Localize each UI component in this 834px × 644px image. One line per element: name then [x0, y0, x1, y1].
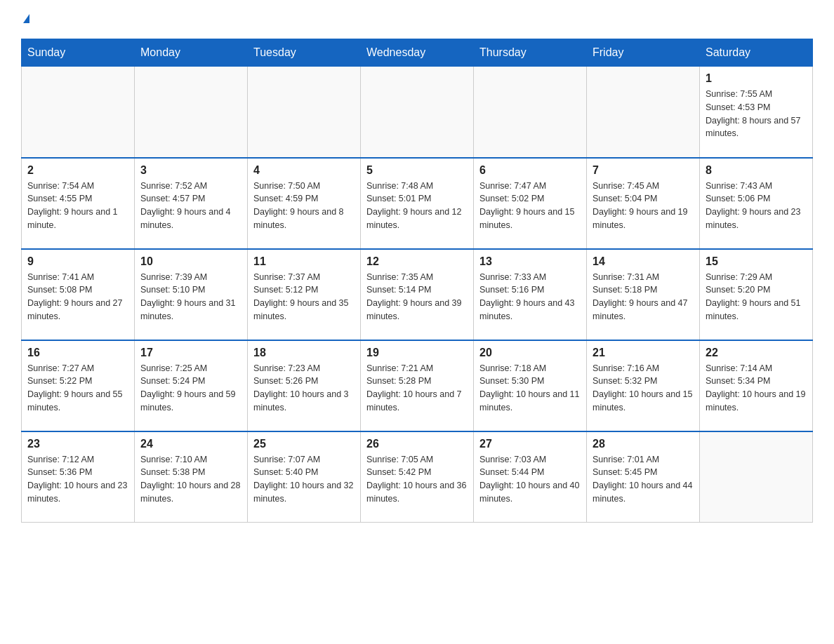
calendar-weekday-saturday: Saturday — [700, 39, 813, 67]
day-number: 1 — [706, 72, 807, 85]
day-number: 21 — [593, 347, 694, 359]
day-info: Sunrise: 7:10 AMSunset: 5:38 PMDaylight:… — [140, 453, 241, 506]
calendar-cell: 13Sunrise: 7:33 AMSunset: 5:16 PMDayligh… — [474, 249, 587, 340]
day-number: 16 — [27, 347, 128, 359]
calendar-cell: 4Sunrise: 7:50 AMSunset: 4:59 PMDaylight… — [248, 158, 361, 249]
day-number: 15 — [706, 255, 807, 268]
calendar-weekday-tuesday: Tuesday — [248, 39, 361, 67]
day-info: Sunrise: 7:16 AMSunset: 5:32 PMDaylight:… — [593, 362, 694, 415]
calendar-week-row: 16Sunrise: 7:27 AMSunset: 5:22 PMDayligh… — [22, 340, 813, 431]
day-number: 9 — [27, 255, 128, 268]
day-number: 17 — [140, 347, 241, 359]
calendar-week-row: 1Sunrise: 7:55 AMSunset: 4:53 PMDaylight… — [22, 67, 813, 158]
day-number: 20 — [479, 347, 581, 359]
day-info: Sunrise: 7:41 AMSunset: 5:08 PMDaylight:… — [27, 271, 128, 323]
calendar-cell — [248, 67, 361, 158]
day-number: 12 — [366, 255, 468, 268]
calendar-cell: 14Sunrise: 7:31 AMSunset: 5:18 PMDayligh… — [587, 249, 700, 340]
calendar-cell: 25Sunrise: 7:07 AMSunset: 5:40 PMDayligh… — [248, 431, 361, 523]
day-number: 18 — [253, 347, 355, 359]
day-info: Sunrise: 7:52 AMSunset: 4:57 PMDaylight:… — [140, 180, 241, 232]
day-number: 11 — [253, 255, 355, 268]
calendar-cell: 23Sunrise: 7:12 AMSunset: 5:36 PMDayligh… — [22, 431, 135, 523]
calendar-table: SundayMondayTuesdayWednesdayThursdayFrid… — [21, 39, 813, 523]
day-info: Sunrise: 7:07 AMSunset: 5:40 PMDaylight:… — [253, 453, 355, 506]
calendar-week-row: 2Sunrise: 7:54 AMSunset: 4:55 PMDaylight… — [22, 158, 813, 249]
day-info: Sunrise: 7:35 AMSunset: 5:14 PMDaylight:… — [366, 271, 468, 323]
day-number: 7 — [593, 164, 694, 177]
calendar-cell: 24Sunrise: 7:10 AMSunset: 5:38 PMDayligh… — [135, 431, 248, 523]
day-number: 10 — [140, 255, 241, 268]
day-info: Sunrise: 7:29 AMSunset: 5:20 PMDaylight:… — [706, 271, 807, 323]
calendar-cell — [22, 67, 135, 158]
day-info: Sunrise: 7:39 AMSunset: 5:10 PMDaylight:… — [140, 271, 241, 323]
day-info: Sunrise: 7:12 AMSunset: 5:36 PMDaylight:… — [27, 453, 128, 506]
day-info: Sunrise: 7:33 AMSunset: 5:16 PMDaylight:… — [479, 271, 581, 323]
logo — [21, 14, 29, 25]
day-number: 26 — [366, 438, 468, 450]
day-number: 23 — [27, 438, 128, 450]
day-info: Sunrise: 7:14 AMSunset: 5:34 PMDaylight:… — [706, 362, 807, 415]
calendar-cell: 17Sunrise: 7:25 AMSunset: 5:24 PMDayligh… — [135, 340, 248, 431]
calendar-cell: 21Sunrise: 7:16 AMSunset: 5:32 PMDayligh… — [587, 340, 700, 431]
calendar-cell — [700, 431, 813, 523]
calendar-cell: 28Sunrise: 7:01 AMSunset: 5:45 PMDayligh… — [587, 431, 700, 523]
calendar-weekday-sunday: Sunday — [22, 39, 135, 67]
day-number: 4 — [253, 164, 355, 177]
day-number: 19 — [366, 347, 468, 359]
calendar-cell: 7Sunrise: 7:45 AMSunset: 5:04 PMDaylight… — [587, 158, 700, 249]
day-info: Sunrise: 7:48 AMSunset: 5:01 PMDaylight:… — [366, 180, 468, 232]
calendar-cell: 3Sunrise: 7:52 AMSunset: 4:57 PMDaylight… — [135, 158, 248, 249]
day-number: 25 — [253, 438, 355, 450]
calendar-weekday-wednesday: Wednesday — [361, 39, 474, 67]
day-info: Sunrise: 7:55 AMSunset: 4:53 PMDaylight:… — [706, 88, 807, 140]
calendar-cell: 16Sunrise: 7:27 AMSunset: 5:22 PMDayligh… — [22, 340, 135, 431]
day-number: 22 — [706, 347, 807, 359]
day-info: Sunrise: 7:31 AMSunset: 5:18 PMDaylight:… — [593, 271, 694, 323]
calendar-cell: 5Sunrise: 7:48 AMSunset: 5:01 PMDaylight… — [361, 158, 474, 249]
day-info: Sunrise: 7:01 AMSunset: 5:45 PMDaylight:… — [593, 453, 694, 506]
day-number: 5 — [366, 164, 468, 177]
day-number: 6 — [479, 164, 581, 177]
day-info: Sunrise: 7:43 AMSunset: 5:06 PMDaylight:… — [706, 180, 807, 232]
calendar-cell: 10Sunrise: 7:39 AMSunset: 5:10 PMDayligh… — [135, 249, 248, 340]
calendar-header-row: SundayMondayTuesdayWednesdayThursdayFrid… — [22, 39, 813, 67]
day-info: Sunrise: 7:50 AMSunset: 4:59 PMDaylight:… — [253, 180, 355, 232]
calendar-cell: 27Sunrise: 7:03 AMSunset: 5:44 PMDayligh… — [474, 431, 587, 523]
day-info: Sunrise: 7:23 AMSunset: 5:26 PMDaylight:… — [253, 362, 355, 415]
calendar-cell: 9Sunrise: 7:41 AMSunset: 5:08 PMDaylight… — [22, 249, 135, 340]
calendar-cell — [135, 67, 248, 158]
calendar-cell — [361, 67, 474, 158]
day-number: 24 — [140, 438, 241, 450]
day-info: Sunrise: 7:37 AMSunset: 5:12 PMDaylight:… — [253, 271, 355, 323]
calendar-cell: 26Sunrise: 7:05 AMSunset: 5:42 PMDayligh… — [361, 431, 474, 523]
day-info: Sunrise: 7:27 AMSunset: 5:22 PMDaylight:… — [27, 362, 128, 415]
calendar-weekday-friday: Friday — [587, 39, 700, 67]
calendar-cell — [587, 67, 700, 158]
calendar-cell: 22Sunrise: 7:14 AMSunset: 5:34 PMDayligh… — [700, 340, 813, 431]
calendar-cell: 1Sunrise: 7:55 AMSunset: 4:53 PMDaylight… — [700, 67, 813, 158]
day-info: Sunrise: 7:03 AMSunset: 5:44 PMDaylight:… — [479, 453, 581, 506]
calendar-cell: 11Sunrise: 7:37 AMSunset: 5:12 PMDayligh… — [248, 249, 361, 340]
calendar-week-row: 9Sunrise: 7:41 AMSunset: 5:08 PMDaylight… — [22, 249, 813, 340]
day-number: 3 — [140, 164, 241, 177]
day-number: 8 — [706, 164, 807, 177]
day-info: Sunrise: 7:05 AMSunset: 5:42 PMDaylight:… — [366, 453, 468, 506]
day-info: Sunrise: 7:54 AMSunset: 4:55 PMDaylight:… — [27, 180, 128, 232]
day-info: Sunrise: 7:47 AMSunset: 5:02 PMDaylight:… — [479, 180, 581, 232]
day-info: Sunrise: 7:25 AMSunset: 5:24 PMDaylight:… — [140, 362, 241, 415]
calendar-cell: 15Sunrise: 7:29 AMSunset: 5:20 PMDayligh… — [700, 249, 813, 340]
calendar-cell: 8Sunrise: 7:43 AMSunset: 5:06 PMDaylight… — [700, 158, 813, 249]
calendar-cell: 19Sunrise: 7:21 AMSunset: 5:28 PMDayligh… — [361, 340, 474, 431]
logo-triangle-icon — [23, 14, 29, 23]
day-number: 27 — [479, 438, 581, 450]
day-number: 2 — [27, 164, 128, 177]
calendar-week-row: 23Sunrise: 7:12 AMSunset: 5:36 PMDayligh… — [22, 431, 813, 523]
calendar-cell: 6Sunrise: 7:47 AMSunset: 5:02 PMDaylight… — [474, 158, 587, 249]
day-info: Sunrise: 7:45 AMSunset: 5:04 PMDaylight:… — [593, 180, 694, 232]
day-info: Sunrise: 7:18 AMSunset: 5:30 PMDaylight:… — [479, 362, 581, 415]
day-number: 28 — [593, 438, 694, 450]
calendar-cell: 2Sunrise: 7:54 AMSunset: 4:55 PMDaylight… — [22, 158, 135, 249]
day-info: Sunrise: 7:21 AMSunset: 5:28 PMDaylight:… — [366, 362, 468, 415]
calendar-weekday-thursday: Thursday — [474, 39, 587, 67]
